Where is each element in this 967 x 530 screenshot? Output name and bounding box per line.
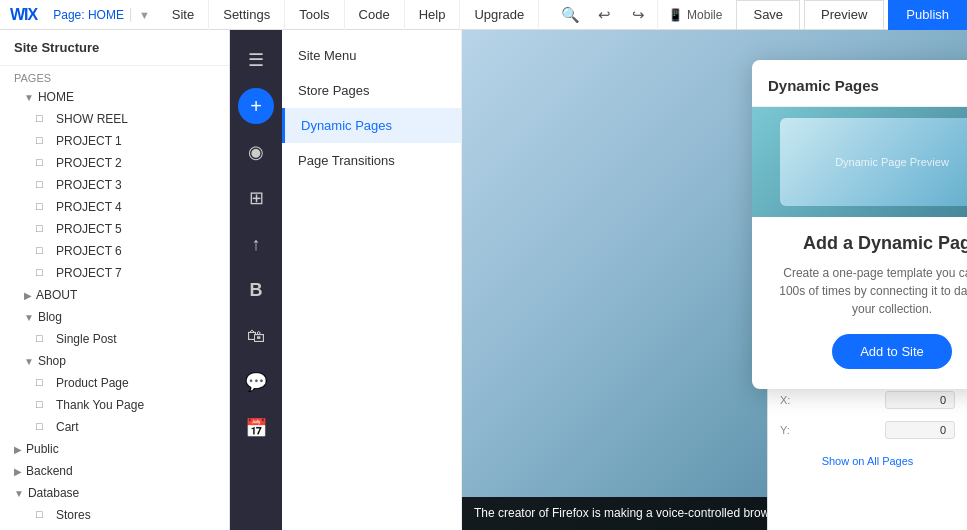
nav-tools[interactable]: Tools	[285, 0, 344, 30]
sidebar-item-single-post[interactable]: □ Single Post	[0, 328, 229, 350]
show-on-all-pages-button[interactable]: Show on All Pages	[768, 445, 967, 477]
page-icon: □	[36, 376, 50, 390]
upload-icon[interactable]: ↑	[234, 222, 278, 266]
home-toggle-icon: ▼	[24, 92, 34, 103]
x-row: X:	[768, 385, 967, 415]
sidebar-item-label: PROJECT 7	[56, 266, 122, 280]
sidebar-item-label: Product Page	[56, 376, 129, 390]
sidebar-item-project-1[interactable]: □ PROJECT 1	[0, 130, 229, 152]
mobile-button[interactable]: 📱 Mobile	[657, 0, 732, 30]
page-text: Page:	[53, 8, 84, 22]
page-icon: □	[36, 332, 50, 346]
sidebar-item-blog[interactable]: ▼ Blog	[0, 306, 229, 328]
publish-button[interactable]: Publish	[888, 0, 967, 30]
left-menu-panel: Site Menu Store Pages Dynamic Pages Page…	[282, 30, 462, 530]
menu-item-dynamic-pages[interactable]: Dynamic Pages	[282, 108, 461, 143]
sidebar-item-product-page[interactable]: □ Product Page	[0, 372, 229, 394]
database-toggle-icon: ▼	[14, 488, 24, 499]
sidebar-item-public[interactable]: ▶ Public	[0, 438, 229, 460]
nav-site[interactable]: Site	[158, 0, 209, 30]
preview-button[interactable]: Preview	[804, 0, 884, 30]
sidebar-item-database[interactable]: ▼ Database	[0, 482, 229, 504]
sidebar-item-cart[interactable]: □ Cart	[0, 416, 229, 438]
sidebar-item-project-7[interactable]: □ PROJECT 7	[0, 262, 229, 284]
sidebar-item-label: PROJECT 6	[56, 244, 122, 258]
sidebar-item-about[interactable]: ▶ ABOUT	[0, 284, 229, 306]
media-icon[interactable]: ◉	[234, 130, 278, 174]
page-icon: □	[36, 200, 50, 214]
undo-icon[interactable]: ↩	[589, 0, 619, 30]
menu-item-store-pages[interactable]: Store Pages	[282, 73, 461, 108]
x-label: X:	[780, 394, 790, 406]
page-icon: □	[36, 178, 50, 192]
modal-image-label: Dynamic Page Preview	[835, 156, 949, 168]
sidebar-item-stores[interactable]: □ Stores	[0, 504, 229, 526]
nav-help[interactable]: Help	[405, 0, 461, 30]
sidebar-item-label: PROJECT 1	[56, 134, 122, 148]
nav-code[interactable]: Code	[345, 0, 405, 30]
store-icon[interactable]: 🛍	[234, 314, 278, 358]
sidebar-item-backend[interactable]: ▶ Backend	[0, 460, 229, 482]
wix-logo-area: WIX	[0, 6, 47, 24]
context-area: Site Menu Store Pages Dynamic Pages Page…	[282, 30, 967, 530]
sidebar-item-home[interactable]: ▼ HOME	[0, 86, 229, 108]
search-icon[interactable]: 🔍	[555, 0, 585, 30]
modal-box: Dynamic Pages ? ✕ Dynamic Page Preview	[752, 60, 967, 389]
page-icon: □	[36, 222, 50, 236]
page-icon: □	[36, 266, 50, 280]
x-input[interactable]	[885, 391, 955, 409]
sidebar-item-label: Thank You Page	[56, 398, 144, 412]
add-to-site-button[interactable]: Add to Site	[832, 334, 952, 369]
page-icon: □	[36, 244, 50, 258]
sidebar-item-label: PROJECT 2	[56, 156, 122, 170]
mobile-label: Mobile	[687, 8, 722, 22]
add-elements-icon[interactable]: +	[238, 88, 274, 124]
modal-description: Create a one-page template you can use 1…	[772, 264, 967, 318]
about-toggle-icon: ▶	[24, 290, 32, 301]
nav-upgrade[interactable]: Upgrade	[460, 0, 539, 30]
sidebar-item-shop[interactable]: ▼ Shop	[0, 350, 229, 372]
main-layout: Site Structure Pages ▼ HOME □ SHOW REEL …	[0, 30, 967, 530]
modal-body: Add a Dynamic Page Create a one-page tem…	[752, 217, 967, 389]
nav-settings[interactable]: Settings	[209, 0, 285, 30]
pages-icon[interactable]: ☰	[234, 38, 278, 82]
sidebar-item-label: Blog	[38, 310, 62, 324]
pages-section-label: Pages	[0, 66, 229, 86]
chat-icon[interactable]: 💬	[234, 360, 278, 404]
page-name: HOME	[88, 8, 124, 22]
sidebar-item-project-4[interactable]: □ PROJECT 4	[0, 196, 229, 218]
sidebar-item-thank-you-page[interactable]: □ Thank You Page	[0, 394, 229, 416]
add-app-icon[interactable]: ⊞	[234, 176, 278, 220]
modal-title: Dynamic Pages	[768, 77, 879, 94]
page-icon: □	[36, 398, 50, 412]
redo-icon[interactable]: ↪	[623, 0, 653, 30]
blog-icon[interactable]: B	[234, 268, 278, 312]
bookings-icon[interactable]: 📅	[234, 406, 278, 450]
save-button[interactable]: Save	[736, 0, 800, 30]
page-icon: □	[36, 134, 50, 148]
sidebar-item-label: ABOUT	[36, 288, 77, 302]
dynamic-pages-modal: Dynamic Pages ? ✕ Dynamic Page Preview	[652, 40, 967, 389]
sidebar-item-project-6[interactable]: □ PROJECT 6	[0, 240, 229, 262]
y-row: Y:	[768, 415, 967, 445]
sidebar-item-show-reel[interactable]: □ SHOW REEL	[0, 108, 229, 130]
sidebar-item-label: Stores	[56, 508, 91, 522]
sidebar-item-label: Cart	[56, 420, 79, 434]
y-input[interactable]	[885, 421, 955, 439]
public-toggle-icon: ▶	[14, 444, 22, 455]
sidebar-item-project-3[interactable]: □ PROJECT 3	[0, 174, 229, 196]
backend-toggle-icon: ▶	[14, 466, 22, 477]
modal-heading: Add a Dynamic Page	[772, 233, 967, 254]
sidebar-item-project-5[interactable]: □ PROJECT 5	[0, 218, 229, 240]
mobile-icon: 📱	[668, 8, 683, 22]
page-icon: □	[36, 156, 50, 170]
menu-item-site-menu[interactable]: Site Menu	[282, 38, 461, 73]
shop-toggle-icon: ▼	[24, 356, 34, 367]
show-on-all-label: Show on All Pages	[822, 455, 914, 467]
sidebar-item-label: Public	[26, 442, 59, 456]
menu-item-page-transitions[interactable]: Page Transitions	[282, 143, 461, 178]
modal-header: Dynamic Pages ? ✕	[752, 60, 967, 107]
sidebar-item-project-2[interactable]: □ PROJECT 2	[0, 152, 229, 174]
modal-image: Dynamic Page Preview	[752, 107, 967, 217]
page-label: Page: HOME	[47, 8, 131, 22]
